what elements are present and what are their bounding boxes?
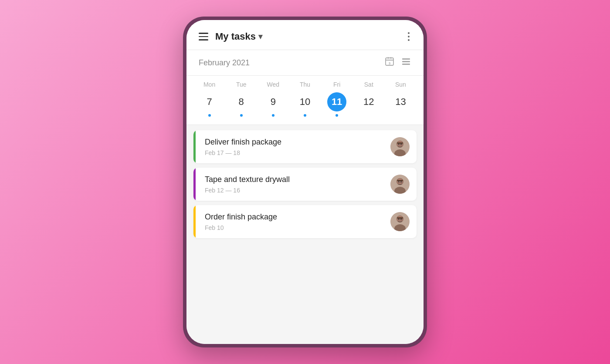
phone-frame: My tasks ▾ February 2021 <box>183 17 427 347</box>
month-title: February 2021 <box>199 58 250 67</box>
svg-rect-5 <box>402 61 410 62</box>
svg-rect-4 <box>402 58 410 60</box>
svg-rect-1 <box>388 57 389 59</box>
day-names-row: Mon Tue Wed Thu Fri Sat Sun <box>193 81 417 88</box>
day-name-sat: Sat <box>353 81 385 88</box>
task-date-0: Feb 17 — 18 <box>205 149 385 156</box>
day-dot-11 <box>336 114 338 117</box>
task-content-2: Order finish packageFeb 10 <box>200 212 385 231</box>
day-name-thu: Thu <box>289 81 321 88</box>
more-options-button[interactable] <box>406 30 411 43</box>
day-number-12: 12 <box>359 92 378 111</box>
svg-rect-33 <box>397 217 403 219</box>
day-number-10: 10 <box>295 92 315 111</box>
task-card-2[interactable]: Order finish packageFeb 10 <box>193 205 417 238</box>
month-icons: 3 <box>384 56 411 69</box>
task-accent-1 <box>193 168 196 201</box>
task-card-0[interactable]: Deliver finish packageFeb 17 — 18 <box>193 130 417 163</box>
day-cell-11[interactable]: 11 <box>321 92 353 117</box>
title-text: My tasks <box>215 31 256 42</box>
phone-inner: My tasks ▾ February 2021 <box>186 20 424 344</box>
day-cell-13[interactable]: 13 <box>385 92 417 117</box>
day-name-tue: Tue <box>225 81 257 88</box>
list-view-icon[interactable] <box>401 56 411 69</box>
day-numbers-row: 78910111213 <box>193 92 417 117</box>
day-name-sun: Sun <box>385 81 417 88</box>
task-card-1[interactable]: Tape and texture drywallFeb 12 — 16 <box>193 168 417 201</box>
day-cell-7[interactable]: 7 <box>193 92 225 117</box>
day-dot-10 <box>304 114 306 117</box>
task-title-0: Deliver finish package <box>205 138 385 147</box>
app-header: My tasks ▾ <box>186 20 424 50</box>
day-number-13: 13 <box>391 92 410 111</box>
day-cell-10[interactable]: 10 <box>289 92 321 117</box>
day-number-9: 9 <box>264 92 283 111</box>
day-cell-9[interactable]: 9 <box>257 92 289 117</box>
day-cell-12[interactable]: 12 <box>353 92 385 117</box>
day-name-fri: Fri <box>321 81 353 88</box>
task-accent-2 <box>193 205 196 238</box>
hamburger-icon[interactable] <box>199 33 208 40</box>
day-cell-8[interactable]: 8 <box>225 92 257 117</box>
task-list: Deliver finish packageFeb 17 — 18 Tape a… <box>186 125 424 344</box>
day-number-8: 8 <box>232 92 251 111</box>
task-date-1: Feb 12 — 16 <box>205 187 385 194</box>
svg-rect-23 <box>397 180 403 181</box>
svg-rect-6 <box>402 64 410 65</box>
day-number-11: 11 <box>327 92 346 111</box>
day-dot-9 <box>272 114 274 117</box>
day-dot-8 <box>240 114 243 117</box>
svg-text:3: 3 <box>389 61 391 65</box>
header-left: My tasks ▾ <box>199 31 262 42</box>
calendar-icon[interactable]: 3 <box>384 56 395 69</box>
header-title: My tasks ▾ <box>215 31 262 42</box>
day-name-mon: Mon <box>193 81 225 88</box>
day-name-wed: Wed <box>257 81 289 88</box>
day-dot-7 <box>208 114 211 117</box>
svg-rect-13 <box>397 142 403 144</box>
task-avatar-2 <box>390 212 410 231</box>
task-accent-0 <box>193 130 196 163</box>
month-header: February 2021 3 <box>186 50 424 76</box>
task-avatar-0 <box>390 137 410 156</box>
day-number-7: 7 <box>200 92 219 111</box>
calendar-week: Mon Tue Wed Thu Fri Sat Sun 78910111213 <box>186 76 424 125</box>
task-avatar-1 <box>390 175 410 194</box>
task-title-2: Order finish package <box>205 212 385 222</box>
chevron-down-icon[interactable]: ▾ <box>258 32 262 41</box>
task-title-1: Tape and texture drywall <box>205 175 385 184</box>
task-date-2: Feb 10 <box>205 224 385 231</box>
task-content-1: Tape and texture drywallFeb 12 — 16 <box>200 175 385 194</box>
task-content-0: Deliver finish packageFeb 17 — 18 <box>200 138 385 156</box>
svg-rect-2 <box>390 57 391 59</box>
